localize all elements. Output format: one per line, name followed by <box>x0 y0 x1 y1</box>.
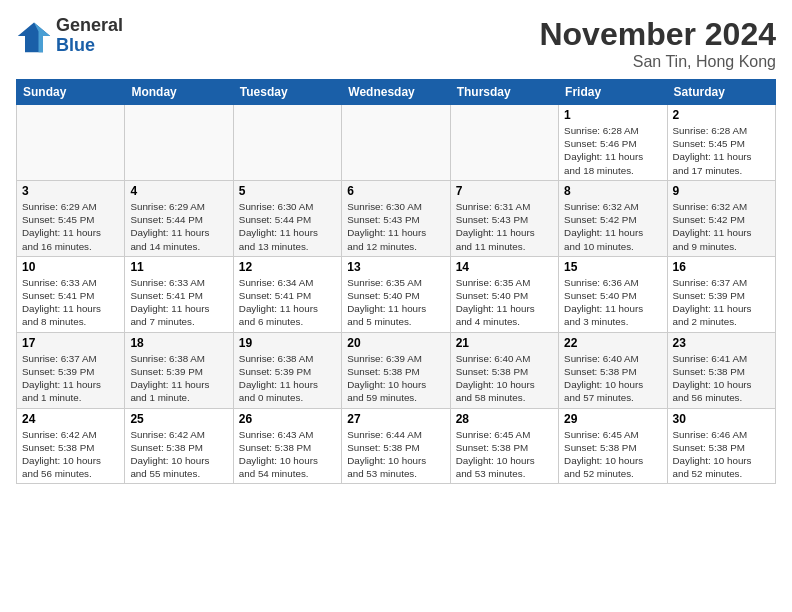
day-number: 13 <box>347 260 444 274</box>
day-number: 11 <box>130 260 227 274</box>
day-number: 1 <box>564 108 661 122</box>
calendar-cell <box>233 105 341 181</box>
day-info: Sunrise: 6:45 AM Sunset: 5:38 PM Dayligh… <box>564 428 661 481</box>
day-info: Sunrise: 6:37 AM Sunset: 5:39 PM Dayligh… <box>673 276 770 329</box>
day-info: Sunrise: 6:28 AM Sunset: 5:46 PM Dayligh… <box>564 124 661 177</box>
day-info: Sunrise: 6:36 AM Sunset: 5:40 PM Dayligh… <box>564 276 661 329</box>
day-info: Sunrise: 6:42 AM Sunset: 5:38 PM Dayligh… <box>130 428 227 481</box>
weekday-header-tuesday: Tuesday <box>233 80 341 105</box>
logo-blue: Blue <box>56 35 95 55</box>
day-number: 22 <box>564 336 661 350</box>
day-info: Sunrise: 6:41 AM Sunset: 5:38 PM Dayligh… <box>673 352 770 405</box>
page-header: General Blue November 2024 San Tin, Hong… <box>16 16 776 71</box>
day-info: Sunrise: 6:33 AM Sunset: 5:41 PM Dayligh… <box>22 276 119 329</box>
day-number: 21 <box>456 336 553 350</box>
day-info: Sunrise: 6:45 AM Sunset: 5:38 PM Dayligh… <box>456 428 553 481</box>
weekday-header-saturday: Saturday <box>667 80 775 105</box>
calendar-cell: 19Sunrise: 6:38 AM Sunset: 5:39 PM Dayli… <box>233 332 341 408</box>
day-number: 12 <box>239 260 336 274</box>
day-number: 16 <box>673 260 770 274</box>
location: San Tin, Hong Kong <box>539 53 776 71</box>
day-info: Sunrise: 6:30 AM Sunset: 5:44 PM Dayligh… <box>239 200 336 253</box>
day-info: Sunrise: 6:29 AM Sunset: 5:44 PM Dayligh… <box>130 200 227 253</box>
logo: General Blue <box>16 16 123 56</box>
day-info: Sunrise: 6:33 AM Sunset: 5:41 PM Dayligh… <box>130 276 227 329</box>
day-info: Sunrise: 6:38 AM Sunset: 5:39 PM Dayligh… <box>130 352 227 405</box>
calendar-cell: 5Sunrise: 6:30 AM Sunset: 5:44 PM Daylig… <box>233 180 341 256</box>
calendar: SundayMondayTuesdayWednesdayThursdayFrid… <box>16 79 776 484</box>
calendar-cell: 17Sunrise: 6:37 AM Sunset: 5:39 PM Dayli… <box>17 332 125 408</box>
day-number: 2 <box>673 108 770 122</box>
calendar-cell <box>125 105 233 181</box>
day-number: 10 <box>22 260 119 274</box>
calendar-cell: 18Sunrise: 6:38 AM Sunset: 5:39 PM Dayli… <box>125 332 233 408</box>
day-info: Sunrise: 6:42 AM Sunset: 5:38 PM Dayligh… <box>22 428 119 481</box>
day-number: 8 <box>564 184 661 198</box>
calendar-cell: 2Sunrise: 6:28 AM Sunset: 5:45 PM Daylig… <box>667 105 775 181</box>
day-number: 7 <box>456 184 553 198</box>
day-info: Sunrise: 6:37 AM Sunset: 5:39 PM Dayligh… <box>22 352 119 405</box>
day-number: 18 <box>130 336 227 350</box>
calendar-cell: 13Sunrise: 6:35 AM Sunset: 5:40 PM Dayli… <box>342 256 450 332</box>
day-info: Sunrise: 6:29 AM Sunset: 5:45 PM Dayligh… <box>22 200 119 253</box>
day-number: 20 <box>347 336 444 350</box>
day-number: 23 <box>673 336 770 350</box>
weekday-header-row: SundayMondayTuesdayWednesdayThursdayFrid… <box>17 80 776 105</box>
day-info: Sunrise: 6:32 AM Sunset: 5:42 PM Dayligh… <box>564 200 661 253</box>
weekday-header-thursday: Thursday <box>450 80 558 105</box>
calendar-cell: 23Sunrise: 6:41 AM Sunset: 5:38 PM Dayli… <box>667 332 775 408</box>
weekday-header-sunday: Sunday <box>17 80 125 105</box>
logo-text: General Blue <box>56 16 123 56</box>
calendar-cell: 29Sunrise: 6:45 AM Sunset: 5:38 PM Dayli… <box>559 408 667 484</box>
calendar-cell: 3Sunrise: 6:29 AM Sunset: 5:45 PM Daylig… <box>17 180 125 256</box>
day-info: Sunrise: 6:28 AM Sunset: 5:45 PM Dayligh… <box>673 124 770 177</box>
calendar-cell: 16Sunrise: 6:37 AM Sunset: 5:39 PM Dayli… <box>667 256 775 332</box>
day-info: Sunrise: 6:39 AM Sunset: 5:38 PM Dayligh… <box>347 352 444 405</box>
week-row-5: 24Sunrise: 6:42 AM Sunset: 5:38 PM Dayli… <box>17 408 776 484</box>
day-number: 19 <box>239 336 336 350</box>
day-number: 27 <box>347 412 444 426</box>
day-info: Sunrise: 6:46 AM Sunset: 5:38 PM Dayligh… <box>673 428 770 481</box>
day-info: Sunrise: 6:31 AM Sunset: 5:43 PM Dayligh… <box>456 200 553 253</box>
calendar-cell <box>342 105 450 181</box>
day-number: 17 <box>22 336 119 350</box>
calendar-cell: 24Sunrise: 6:42 AM Sunset: 5:38 PM Dayli… <box>17 408 125 484</box>
calendar-cell: 22Sunrise: 6:40 AM Sunset: 5:38 PM Dayli… <box>559 332 667 408</box>
day-info: Sunrise: 6:32 AM Sunset: 5:42 PM Dayligh… <box>673 200 770 253</box>
logo-general: General <box>56 15 123 35</box>
day-number: 28 <box>456 412 553 426</box>
calendar-cell: 14Sunrise: 6:35 AM Sunset: 5:40 PM Dayli… <box>450 256 558 332</box>
calendar-cell: 27Sunrise: 6:44 AM Sunset: 5:38 PM Dayli… <box>342 408 450 484</box>
calendar-cell: 30Sunrise: 6:46 AM Sunset: 5:38 PM Dayli… <box>667 408 775 484</box>
week-row-4: 17Sunrise: 6:37 AM Sunset: 5:39 PM Dayli… <box>17 332 776 408</box>
title-section: November 2024 San Tin, Hong Kong <box>539 16 776 71</box>
weekday-header-monday: Monday <box>125 80 233 105</box>
calendar-cell: 10Sunrise: 6:33 AM Sunset: 5:41 PM Dayli… <box>17 256 125 332</box>
day-number: 4 <box>130 184 227 198</box>
day-info: Sunrise: 6:44 AM Sunset: 5:38 PM Dayligh… <box>347 428 444 481</box>
calendar-cell: 8Sunrise: 6:32 AM Sunset: 5:42 PM Daylig… <box>559 180 667 256</box>
calendar-cell: 25Sunrise: 6:42 AM Sunset: 5:38 PM Dayli… <box>125 408 233 484</box>
calendar-cell: 28Sunrise: 6:45 AM Sunset: 5:38 PM Dayli… <box>450 408 558 484</box>
month-title: November 2024 <box>539 16 776 53</box>
day-number: 9 <box>673 184 770 198</box>
calendar-cell: 12Sunrise: 6:34 AM Sunset: 5:41 PM Dayli… <box>233 256 341 332</box>
calendar-cell: 1Sunrise: 6:28 AM Sunset: 5:46 PM Daylig… <box>559 105 667 181</box>
day-number: 6 <box>347 184 444 198</box>
day-number: 3 <box>22 184 119 198</box>
calendar-cell: 11Sunrise: 6:33 AM Sunset: 5:41 PM Dayli… <box>125 256 233 332</box>
day-number: 5 <box>239 184 336 198</box>
day-info: Sunrise: 6:40 AM Sunset: 5:38 PM Dayligh… <box>456 352 553 405</box>
calendar-cell <box>17 105 125 181</box>
calendar-cell: 21Sunrise: 6:40 AM Sunset: 5:38 PM Dayli… <box>450 332 558 408</box>
calendar-cell: 4Sunrise: 6:29 AM Sunset: 5:44 PM Daylig… <box>125 180 233 256</box>
calendar-cell: 7Sunrise: 6:31 AM Sunset: 5:43 PM Daylig… <box>450 180 558 256</box>
day-info: Sunrise: 6:40 AM Sunset: 5:38 PM Dayligh… <box>564 352 661 405</box>
day-info: Sunrise: 6:35 AM Sunset: 5:40 PM Dayligh… <box>347 276 444 329</box>
calendar-cell: 26Sunrise: 6:43 AM Sunset: 5:38 PM Dayli… <box>233 408 341 484</box>
calendar-cell: 20Sunrise: 6:39 AM Sunset: 5:38 PM Dayli… <box>342 332 450 408</box>
week-row-3: 10Sunrise: 6:33 AM Sunset: 5:41 PM Dayli… <box>17 256 776 332</box>
calendar-cell <box>450 105 558 181</box>
day-number: 14 <box>456 260 553 274</box>
calendar-cell: 9Sunrise: 6:32 AM Sunset: 5:42 PM Daylig… <box>667 180 775 256</box>
